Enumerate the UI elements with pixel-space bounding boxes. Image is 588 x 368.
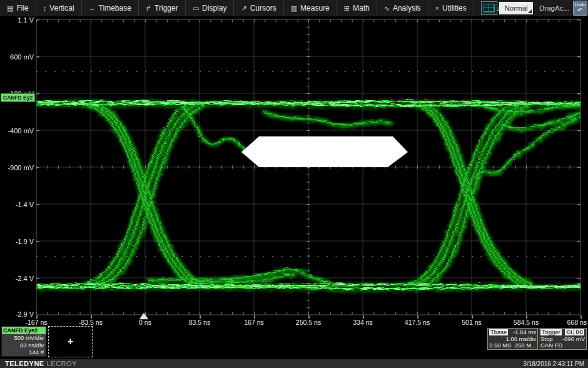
trigger-time-marker[interactable] bbox=[139, 313, 148, 319]
scope-display bbox=[0, 0, 588, 368]
timebase-rate: 250 M... bbox=[515, 342, 536, 349]
trigger-label-chip: Trigger bbox=[540, 329, 562, 335]
trigger-type: CAN FD bbox=[540, 342, 562, 349]
trace-descriptor-title: CANFD Eye2 bbox=[2, 327, 46, 334]
trigger-source-badge: C1 bbox=[565, 329, 574, 335]
timebase-label-chip: Tbase bbox=[489, 329, 508, 335]
timebase-samples: 2.50 MS bbox=[489, 342, 511, 349]
trigger-level: -890 mV bbox=[562, 336, 585, 343]
trace-sweep-count: 144 # bbox=[2, 349, 46, 356]
timebase-descriptor-box[interactable]: Tbase -1.64 ms 1.00 ms/div 2.50 MS 250 M… bbox=[487, 328, 538, 350]
oscilloscope-screen: { "menubar": { "items": [ {"name": "file… bbox=[0, 0, 588, 368]
trigger-descriptor-box[interactable]: Trigger C1 DC Stop -890 mV CAN FD bbox=[539, 328, 587, 350]
channel-level-badge[interactable]: CANFD Ey2 bbox=[1, 93, 35, 102]
timebase-delay-value: -1.64 ms bbox=[513, 329, 536, 336]
trace-vdiv: 500 mV/div bbox=[2, 334, 46, 342]
trace-tdiv: 83 ns/div bbox=[2, 342, 46, 349]
trigger-coupling-badge: DC bbox=[574, 329, 584, 335]
trace-descriptor-box[interactable]: CANFD Eye2 500 mV/div 83 ns/div 144 # bbox=[1, 326, 46, 357]
add-trace-box[interactable]: + bbox=[48, 326, 93, 357]
eye-mask bbox=[241, 136, 408, 167]
add-trace-plus-icon: + bbox=[68, 336, 73, 347]
